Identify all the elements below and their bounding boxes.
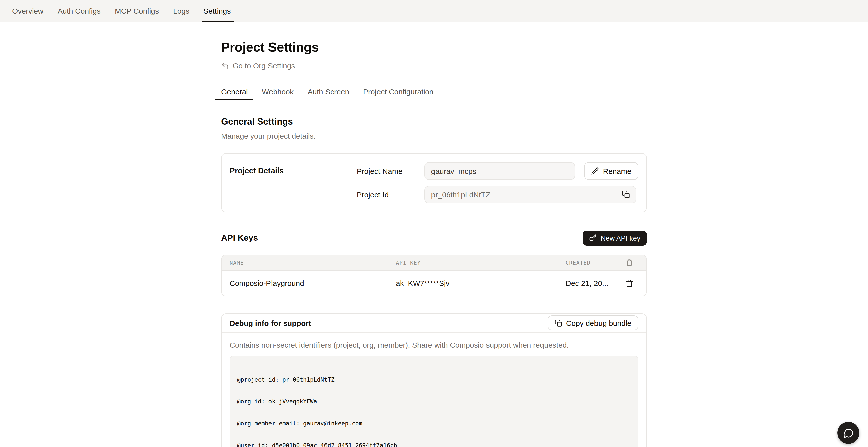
project-id-label: Project Id	[357, 190, 425, 199]
project-id-value: pr_06th1pLdNtTZ	[431, 190, 490, 199]
api-key-value-cell: ak_KW7*****Sjv	[396, 279, 566, 287]
tab-project-configuration[interactable]: Project Configuration	[358, 84, 439, 100]
project-name-label: Project Name	[357, 166, 425, 175]
debug-line-user-id: @user_id: d5e001b0-09ac-46d2-8451-2694ff…	[237, 442, 631, 447]
debug-description: Contains non-secret identifiers (project…	[229, 340, 639, 349]
trash-icon	[626, 259, 633, 266]
new-api-key-button[interactable]: New API key	[583, 230, 647, 245]
tab-auth-screen[interactable]: Auth Screen	[302, 84, 354, 100]
api-keys-table: NAME API KEY CREATED Composio-Playground…	[221, 254, 647, 296]
top-nav: Overview Auth Configs MCP Configs Logs S…	[0, 0, 868, 22]
copy-debug-bundle-label: Copy debug bundle	[566, 319, 631, 327]
project-name-input[interactable]	[425, 162, 576, 180]
api-keys-heading: API Keys	[221, 233, 258, 243]
delete-column-icon	[626, 259, 633, 266]
project-name-row: Project Name Rename	[357, 162, 639, 180]
project-details-card: Project Details Project Name Rename Proj…	[221, 153, 647, 212]
nav-item-settings[interactable]: Settings	[204, 0, 230, 22]
copy-icon	[622, 190, 630, 198]
copy-debug-bundle-button[interactable]: Copy debug bundle	[548, 315, 639, 330]
app-root: Overview Auth Configs MCP Configs Logs S…	[0, 0, 868, 447]
column-header-created: CREATED	[566, 259, 620, 265]
api-keys-header: API Keys New API key	[221, 230, 647, 245]
api-keys-table-header: NAME API KEY CREATED	[221, 255, 647, 270]
debug-card: Debug info for support Copy debug bundle…	[221, 313, 647, 447]
settings-tabs: General Webhook Auth Screen Project Conf…	[216, 84, 652, 100]
rename-button[interactable]: Rename	[584, 162, 639, 180]
general-settings-subheading: Manage your project details.	[221, 131, 647, 140]
debug-card-title: Debug info for support	[229, 319, 311, 327]
project-id-row: Project Id pr_06th1pLdNtTZ	[357, 186, 639, 203]
key-icon	[589, 234, 596, 242]
chat-button[interactable]	[837, 422, 860, 444]
rename-button-label: Rename	[603, 166, 631, 175]
debug-line-org-id: @org_id: ok_jVveqqkYFWa-	[237, 398, 631, 405]
org-settings-link[interactable]: Go to Org Settings	[221, 61, 295, 70]
api-key-row: Composio-Playground ak_KW7*****Sjv Dec 2…	[221, 270, 647, 295]
nav-item-overview[interactable]: Overview	[12, 0, 43, 22]
debug-card-header: Debug info for support Copy debug bundle	[221, 314, 647, 333]
copy-project-id-button[interactable]	[622, 190, 630, 198]
trash-icon	[625, 279, 633, 287]
project-details-title: Project Details	[229, 162, 284, 203]
nav-item-logs[interactable]: Logs	[173, 0, 189, 22]
page-title: Project Settings	[221, 40, 647, 55]
corner-up-left-icon	[221, 62, 229, 70]
debug-card-body: Contains non-secret identifiers (project…	[221, 333, 647, 447]
nav-item-auth-configs[interactable]: Auth Configs	[58, 0, 101, 22]
debug-line-project-id: @project_id: pr_06th1pLdNtTZ	[237, 376, 631, 383]
main-content: Project Settings Go to Org Settings Gene…	[0, 40, 868, 447]
project-id-field: pr_06th1pLdNtTZ	[425, 186, 637, 203]
column-header-name: NAME	[229, 259, 396, 265]
delete-api-key-button[interactable]	[625, 279, 633, 287]
pencil-icon	[591, 167, 599, 174]
debug-line-org-member-email: @org_member_email: gaurav@inkeep.com	[237, 420, 631, 427]
api-key-name-cell: Composio-Playground	[229, 279, 396, 287]
nav-item-mcp-configs[interactable]: MCP Configs	[115, 0, 159, 22]
org-settings-link-label: Go to Org Settings	[232, 61, 295, 70]
tab-general[interactable]: General	[216, 84, 253, 100]
new-api-key-button-label: New API key	[600, 234, 641, 242]
copy-icon	[555, 319, 562, 327]
general-settings-heading: General Settings	[221, 116, 647, 127]
chat-bubble-icon	[843, 428, 854, 438]
column-header-api-key: API KEY	[396, 259, 566, 265]
tab-webhook[interactable]: Webhook	[256, 84, 299, 100]
api-key-created-cell: Dec 21, 20...	[566, 279, 620, 287]
debug-bundle-code: @project_id: pr_06th1pLdNtTZ @org_id: ok…	[229, 355, 639, 447]
